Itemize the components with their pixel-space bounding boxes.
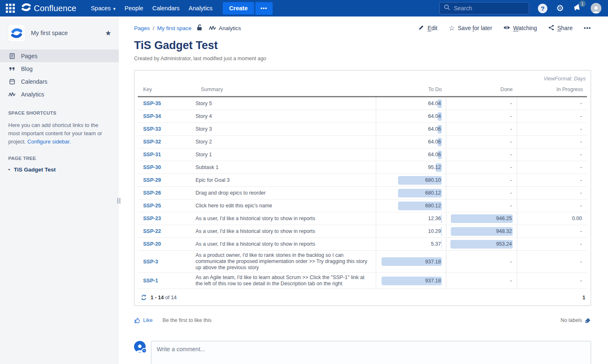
todo-cell: 5.37	[376, 238, 446, 250]
issue-key-link[interactable]: SSP-26	[143, 190, 161, 196]
issue-key-link[interactable]: SSP-34	[143, 113, 161, 119]
done-cell: -	[446, 251, 517, 272]
navbar-item-calendars[interactable]: Calendars	[148, 2, 184, 14]
comment-input[interactable]	[151, 341, 591, 364]
issue-key-link[interactable]: SSP-33	[143, 126, 161, 132]
edit-button[interactable]: Edit	[418, 24, 437, 32]
page-tree-title: PAGE TREE	[8, 156, 109, 161]
top-navbar: Confluence Spaces ▾ People Calendars Ana…	[0, 0, 608, 16]
navbar-item-analytics[interactable]: Analytics	[184, 2, 217, 14]
in-progress-cell: 0.00	[517, 212, 587, 225]
edit-pencil-icon	[418, 24, 424, 32]
issue-key-link[interactable]: SSP-20	[143, 241, 161, 247]
issue-key-link[interactable]: SSP-35	[143, 101, 161, 106]
announcement-icon[interactable]: 1	[573, 3, 582, 14]
page-title: TiS Gadget Test	[134, 39, 591, 52]
col-key[interactable]: Key	[138, 87, 196, 92]
space-shortcuts-title: SPACE SHORTCUTS	[8, 110, 109, 115]
issue-summary: Drag and drop epics to reorder	[196, 188, 376, 198]
search-box[interactable]	[439, 2, 529, 14]
watching-eye-icon	[503, 25, 510, 31]
in-progress-cell: -	[517, 273, 587, 289]
confluence-logo-icon	[21, 2, 31, 14]
breadcrumb-pages-link[interactable]: Pages	[134, 25, 150, 31]
label-tag-icon[interactable]	[584, 317, 591, 324]
issue-key-link[interactable]: SSP-22	[143, 228, 161, 234]
col-todo[interactable]: To Do	[376, 87, 446, 92]
navbar-item-people[interactable]: People	[120, 2, 148, 14]
watching-button[interactable]: Watching	[503, 25, 537, 31]
gear-icon[interactable]: ⚙	[556, 4, 564, 12]
table-row: SSP-31 Story 1 64.06 - -	[138, 148, 587, 161]
done-cell: -	[446, 97, 517, 110]
pagination-range: 1 - 14	[151, 295, 164, 301]
todo-cell: 680.12	[376, 200, 446, 212]
issues-table: Key Summary To Do Done In Progress SSP-3…	[138, 87, 587, 301]
in-progress-cell: -	[517, 110, 587, 122]
done-cell: -	[446, 161, 517, 174]
issue-key-link[interactable]: SSP-29	[143, 177, 161, 183]
page-tree-link[interactable]: TiS Gadget Test	[14, 167, 56, 173]
favorite-star-icon[interactable]: ★	[105, 29, 111, 38]
navbar-item-spaces[interactable]: Spaces ▾	[86, 2, 120, 14]
view-format-label: ViewFormat: Days	[138, 70, 587, 82]
issue-key-link[interactable]: SSP-25	[143, 203, 161, 209]
space-logo[interactable]	[8, 25, 25, 41]
unlock-icon[interactable]	[196, 24, 203, 32]
in-progress-cell: -	[517, 238, 587, 250]
breadcrumb-space-link[interactable]: My first space	[157, 25, 191, 31]
issue-key-link[interactable]: SSP-1	[143, 278, 158, 284]
page-more-button[interactable]: •••	[584, 25, 591, 31]
apps-grid-icon[interactable]	[3, 2, 17, 15]
issue-key-link[interactable]: SSP-31	[143, 152, 161, 157]
space-sidebar: My first space ★ Pages Blog Calendars	[0, 16, 119, 364]
pages-icon	[8, 53, 16, 59]
create-button[interactable]: Create	[223, 2, 254, 14]
like-button[interactable]: Like	[143, 317, 153, 323]
avatar-edit-badge: ✎	[141, 348, 147, 353]
issue-key-link[interactable]: SSP-30	[143, 164, 161, 170]
issue-summary: Click here to edit this epic's name	[196, 201, 376, 211]
page-tree-item: • TiS Gadget Test	[8, 167, 109, 173]
confluence-logo[interactable]: Confluence	[21, 2, 76, 14]
sidebar-item-pages[interactable]: Pages	[0, 49, 119, 62]
sidebar-item-calendars[interactable]: Calendars	[0, 75, 119, 88]
done-cell: -	[446, 200, 517, 212]
breadcrumb-analytics[interactable]: Analytics	[219, 25, 241, 31]
share-button[interactable]: Share	[548, 24, 573, 32]
issue-summary: Story 1	[196, 150, 376, 160]
issue-key-link[interactable]: SSP-32	[143, 139, 161, 145]
issue-key-link[interactable]: SSP-3	[143, 259, 158, 265]
configure-sidebar-link[interactable]: Configure sidebar.	[27, 139, 71, 145]
sidebar-item-blog[interactable]: Blog	[0, 62, 119, 75]
in-progress-cell: -	[517, 251, 587, 272]
like-thumb-icon[interactable]	[134, 317, 141, 324]
col-done[interactable]: Done	[446, 87, 517, 92]
todo-cell: 64.04	[376, 110, 446, 122]
issue-summary: As a user, I'd like a historical story t…	[196, 214, 376, 223]
bullet-icon: •	[8, 167, 10, 173]
todo-cell: 680.10	[376, 174, 446, 186]
todo-cell: 12.36	[376, 212, 446, 225]
help-icon[interactable]: ?	[538, 4, 547, 13]
in-progress-cell: -	[517, 161, 587, 174]
col-summary[interactable]: Summary	[196, 87, 376, 92]
in-progress-cell: -	[517, 148, 587, 161]
save-star-icon: ☆	[449, 24, 455, 33]
search-input[interactable]	[454, 5, 520, 12]
done-cell: -	[446, 174, 517, 186]
pagination-page-number[interactable]: 1	[582, 295, 585, 301]
todo-cell: 937.18	[376, 251, 446, 272]
sidebar-item-analytics[interactable]: Analytics	[0, 88, 119, 101]
col-in-progress[interactable]: In Progress	[517, 87, 587, 92]
issue-summary: As a product owner, I'd like to rank sto…	[196, 251, 376, 272]
space-name[interactable]: My first space	[31, 30, 105, 36]
table-row: SSP-30 Subtask 1 95.12 - -	[138, 161, 587, 174]
refresh-icon[interactable]	[141, 294, 147, 301]
navbar-more-button[interactable]: •••	[255, 2, 273, 15]
issue-key-link[interactable]: SSP-23	[143, 216, 161, 221]
user-avatar[interactable]	[591, 3, 601, 14]
analytics-icon	[8, 92, 16, 97]
save-for-later-button[interactable]: ☆ Save for later	[449, 24, 493, 33]
table-row: SSP-3 As a product owner, I'd like to ra…	[138, 251, 587, 273]
